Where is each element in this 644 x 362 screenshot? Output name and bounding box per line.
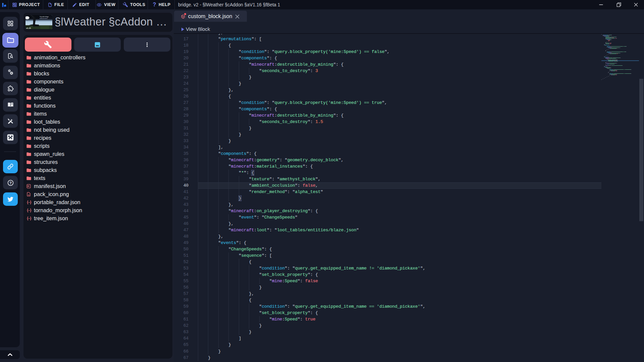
svg-text:withered storms: withered storms: [40, 18, 48, 19]
svg-text:?: ?: [9, 181, 12, 185]
svg-text:Tornado village: Tornado village: [40, 16, 49, 17]
svg-text:v1.15: v1.15: [26, 27, 31, 29]
